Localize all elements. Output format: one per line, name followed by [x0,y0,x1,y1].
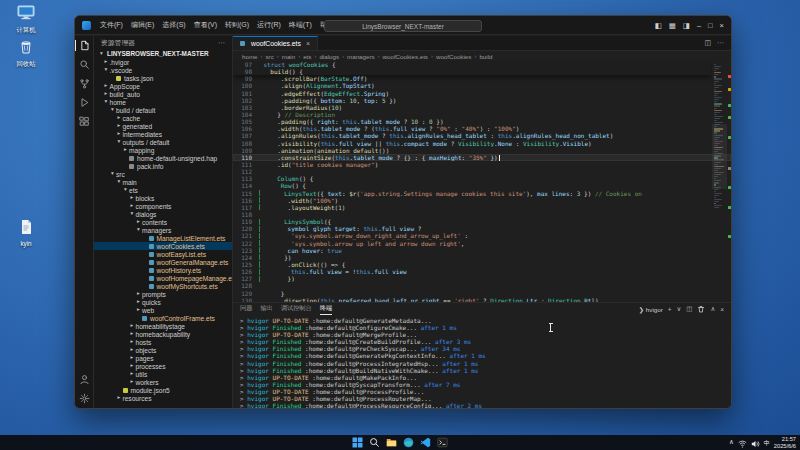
tree-item-woofHistory.ets[interactable]: woofHistory.ets [94,266,232,274]
tree-item-workers[interactable]: ▸workers [94,378,232,386]
tree-item-pages[interactable]: ▸pages [94,354,232,362]
terminal-dropdown-icon[interactable]: ∨ [677,305,682,313]
tree-item-objects[interactable]: ▸objects [94,346,232,354]
breadcrumb-item-build[interactable]: build [479,53,492,60]
tree-item-home-default-unsigned.hap[interactable]: home-default-unsigned.hap [94,154,232,162]
tree-item-woofHomepageManage.ets[interactable]: woofHomepageManage.ets [94,274,232,282]
menu-terminal[interactable]: 终端(T) [285,20,316,30]
layout-panel-icon[interactable]: ▦ [669,22,676,30]
breadcrumb-item-ets[interactable]: ets [303,53,311,60]
breadcrumb-item-managers[interactable]: managers [347,53,375,60]
maximize-panel-icon[interactable]: ∧ [710,305,715,313]
network-icon[interactable] [738,434,747,450]
tree-item-src[interactable]: ▾src [94,170,232,178]
explorer-icon[interactable] [78,39,91,52]
project-root[interactable]: ▾ LINYSBROWSER_NEXT-MASTER [94,49,232,58]
tree-item-blocks[interactable]: ▸blocks [94,194,232,202]
terminal-output[interactable]: > hvigor UP-TO-DATE :home:default@Genera… [233,315,731,408]
tree-item-contents[interactable]: ▸contents [94,218,232,226]
tree-item-cache[interactable]: ▸cache [94,114,232,122]
tree-item-mapping[interactable]: ▸mapping [94,146,232,154]
menu-file[interactable]: 文件(F) [96,20,127,30]
tree-item-home[interactable]: ▾home [94,98,232,106]
code-editor[interactable]: 97struct woofCookies {98build() {99.scro… [233,61,731,302]
tray-expand-icon[interactable]: ∧ [729,439,734,446]
breadcrumb-item-main[interactable]: main [282,53,295,60]
panel-tab-输出[interactable]: 输出 [260,304,272,315]
tab-woofCookies[interactable]: woofCookies.ets × [233,36,318,50]
desktop-icon-recycle-bin[interactable]: 回收站 [3,39,49,69]
tree-item-processes[interactable]: ▸processes [94,362,232,370]
tree-item-build_auto[interactable]: ▸build_auto [94,90,232,98]
taskbar-file-explorer-button[interactable] [386,437,397,448]
menu-run[interactable]: 运行(R) [253,20,285,30]
breadcrumb-item-dialogs[interactable]: dialogs [319,53,339,60]
menu-view[interactable]: 查看(V) [190,20,221,30]
close-panel-icon[interactable]: × [720,306,724,313]
tree-item-outputs-default[interactable]: ▾outputs / default [94,138,232,146]
taskbar-edge-button[interactable] [403,437,414,448]
volume-icon[interactable] [751,434,760,450]
breadcrumb-item-woofCookies[interactable]: woofCookies [436,53,471,60]
minimize-button[interactable]: – [697,22,701,30]
maximize-button[interactable]: □ [708,22,713,30]
taskbar-clock[interactable]: 21:57 2025/6/6 [774,436,796,449]
tree-item-build-default[interactable]: ▾build / default [94,106,232,114]
close-button[interactable]: × [720,22,724,30]
taskbar-search-button[interactable] [369,437,380,448]
explorer-more-icon[interactable]: ⋯ [218,39,225,47]
input-method-indicator[interactable]: 中 [764,440,770,446]
desktop-icon-kyin[interactable]: kyin [3,219,49,247]
tree-item-components[interactable]: ▸components [94,202,232,210]
terminal-instance-hvigor[interactable]: ❯hvigor [639,306,663,313]
tree-item-dialogs[interactable]: ▾dialogs [94,210,232,218]
tree-item-.hvigor[interactable]: ▸.hvigor [94,58,232,66]
tree-item-ManageListElement.ets[interactable]: ManageListElement.ets [94,234,232,242]
tree-item-woofEasyList.ets[interactable]: woofEasyList.ets [94,250,232,258]
split-terminal-icon[interactable]: ◫ [686,305,692,313]
tree-item-main[interactable]: ▾main [94,178,232,186]
tree-item-quicks[interactable]: ▸quicks [94,298,232,306]
tree-item-hosts[interactable]: ▸hosts [94,338,232,346]
kill-terminal-icon[interactable] [697,305,705,314]
panel-tab-调试控制台[interactable]: 调试控制台 [281,304,312,315]
tree-item-web[interactable]: ▸web [94,306,232,314]
tree-item-resources[interactable]: ▸resources [94,394,232,402]
menu-goto[interactable]: 转到(G) [221,20,253,30]
tree-item-tasks.json[interactable]: tasks.json [94,74,232,82]
tree-item-module.json5[interactable]: module.json5 [94,386,232,394]
tree-item-homeabilitystage[interactable]: ▸homeabilitystage [94,322,232,330]
split-editor-icon[interactable]: ◫ [704,39,711,47]
more-actions-icon[interactable]: ⋯ [717,39,724,47]
tree-item-intermediates[interactable]: ▸intermediates [94,130,232,138]
run-debug-icon[interactable] [78,96,91,109]
source-control-icon[interactable] [78,77,91,90]
tree-item-woofCookies.ets[interactable]: woofCookies.ets [94,242,232,250]
tree-item-AppScope[interactable]: ▸AppScope [94,82,232,90]
layout-sidebar-icon[interactable]: ◧ [655,22,662,30]
settings-icon[interactable] [78,392,91,405]
desktop-icon-computer[interactable]: 计算机 [3,5,49,35]
search-icon[interactable] [78,58,91,71]
taskbar-terminal-button[interactable] [437,437,448,448]
close-tab-icon[interactable]: × [306,40,310,47]
breadcrumb-item-src[interactable]: src [265,53,273,60]
tree-item-managers[interactable]: ▾managers [94,226,232,234]
breadcrumb-item-home[interactable]: home [242,53,257,60]
tree-item-ets[interactable]: ▾ets [94,186,232,194]
command-center[interactable]: LinysBrowser_NEXT-master [324,20,482,32]
tree-item-.vscode[interactable]: ▾.vscode [94,66,232,74]
breadcrumb-item-woofCookies.ets[interactable]: woofCookies.ets [383,53,428,60]
taskbar-start-button[interactable] [352,437,363,448]
tree-item-homebackupability[interactable]: ▸homebackupability [94,330,232,338]
menu-selection[interactable]: 选择(S) [158,20,189,30]
tree-item-woofGeneralManage.ets[interactable]: woofGeneralManage.ets [94,258,232,266]
tree-item-woofMyShortcuts.ets[interactable]: woofMyShortcuts.ets [94,282,232,290]
panel-tab-终端[interactable]: 终端 [320,304,332,315]
extensions-icon[interactable] [78,115,91,128]
tree-item-generated[interactable]: ▸generated [94,122,232,130]
account-icon[interactable] [78,373,91,386]
tree-item-utils[interactable]: ▸utils [94,370,232,378]
menu-edit[interactable]: 编辑(E) [127,20,158,30]
new-terminal-icon[interactable]: + [668,306,672,313]
